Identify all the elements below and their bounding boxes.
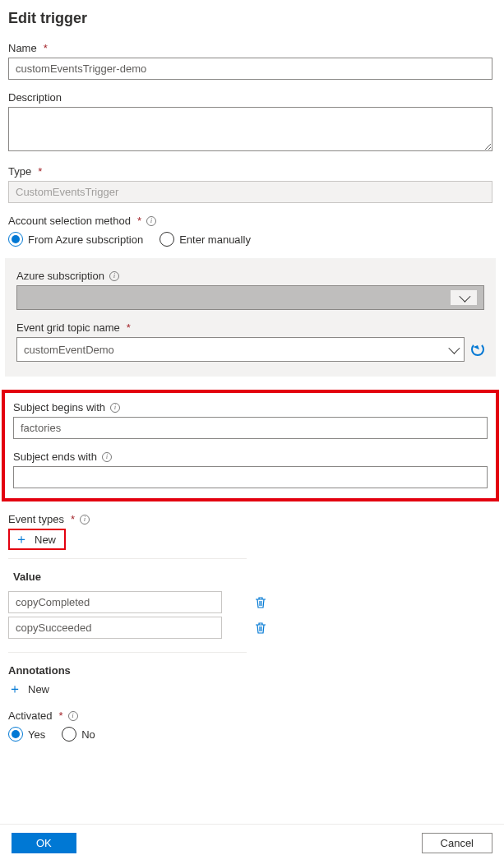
required-asterisk: * <box>71 513 75 525</box>
radio-icon <box>160 232 174 247</box>
topic-name-select[interactable]: customEventDemo <box>16 337 465 362</box>
radio-label: Yes <box>28 728 45 741</box>
delete-icon[interactable] <box>255 622 266 635</box>
radio-activated-no[interactable]: No <box>62 727 95 742</box>
select-value <box>24 290 451 305</box>
event-types-new-button[interactable]: ＋ New <box>8 529 66 550</box>
radio-activated-yes[interactable]: Yes <box>8 727 45 742</box>
new-label: New <box>28 683 49 696</box>
event-type-row <box>8 589 247 615</box>
event-type-value-input[interactable] <box>8 617 222 639</box>
required-asterisk: * <box>58 709 62 722</box>
subject-ends-input[interactable] <box>13 466 488 488</box>
ok-button[interactable]: OK <box>12 833 76 853</box>
event-type-value-input[interactable] <box>8 591 222 613</box>
radio-label: From Azure subscription <box>28 233 143 246</box>
plus-icon: ＋ <box>15 533 28 546</box>
description-label: Description <box>8 91 62 104</box>
radio-icon <box>8 232 23 247</box>
info-icon[interactable]: i <box>68 711 78 721</box>
annotations-field: Annotations ＋ New <box>8 664 492 698</box>
refresh-icon[interactable] <box>471 343 484 356</box>
radio-icon <box>8 727 23 742</box>
radio-label: Enter manually <box>179 233 251 246</box>
info-icon[interactable]: i <box>146 216 156 226</box>
annotations-new-button[interactable]: ＋ New <box>8 680 58 698</box>
subject-ends-label: Subject ends with <box>13 451 97 463</box>
radio-label: No <box>81 728 95 741</box>
name-label: Name <box>8 42 37 54</box>
activated-field: Activated * i Yes No <box>8 709 492 742</box>
plus-icon: ＋ <box>8 682 21 696</box>
event-types-label: Event types <box>8 513 64 525</box>
info-icon[interactable]: i <box>80 515 90 525</box>
event-types-column-header: Value <box>8 566 247 589</box>
event-type-row <box>8 615 247 640</box>
activated-label: Activated <box>8 709 52 722</box>
new-label: New <box>35 534 56 546</box>
info-icon[interactable]: i <box>102 452 112 462</box>
description-input[interactable] <box>8 107 492 151</box>
chevron-down-icon <box>459 291 470 303</box>
panel-title: Edit trigger <box>8 10 492 27</box>
name-field: Name * <box>8 42 492 80</box>
radio-enter-manually[interactable]: Enter manually <box>160 232 251 247</box>
event-types-field: Event types * i ＋ New Value <box>8 513 492 653</box>
type-field: Type * <box>8 165 492 203</box>
name-input[interactable] <box>8 58 492 80</box>
subject-begins-input[interactable] <box>13 417 488 439</box>
radio-icon <box>62 727 76 742</box>
azure-subscription-label: Azure subscription <box>16 270 104 282</box>
description-field: Description <box>8 91 492 154</box>
azure-subscription-select[interactable] <box>16 285 484 310</box>
radio-from-azure[interactable]: From Azure subscription <box>8 232 143 247</box>
info-icon[interactable]: i <box>110 403 120 413</box>
subject-begins-label: Subject begins with <box>13 401 105 414</box>
account-method-label: Account selection method <box>8 215 131 227</box>
info-icon[interactable]: i <box>109 271 119 281</box>
chevron-down-icon <box>448 343 460 354</box>
required-asterisk: * <box>44 42 48 54</box>
required-asterisk: * <box>38 165 42 178</box>
account-method-field: Account selection method * i From Azure … <box>8 215 492 247</box>
select-value: customEventDemo <box>24 344 114 356</box>
type-label: Type <box>8 165 31 178</box>
delete-icon[interactable] <box>255 596 266 609</box>
cancel-button[interactable]: Cancel <box>422 833 492 853</box>
azure-sub-panel: Azure subscription i Event grid topic na… <box>5 258 496 377</box>
highlight-box: Subject begins with i Subject ends with … <box>2 390 499 501</box>
footer: OK Cancel <box>0 824 504 855</box>
type-input <box>8 181 492 203</box>
topic-name-label: Event grid topic name <box>16 321 120 334</box>
required-asterisk: * <box>127 321 131 334</box>
annotations-label: Annotations <box>8 664 492 677</box>
required-asterisk: * <box>137 215 141 227</box>
